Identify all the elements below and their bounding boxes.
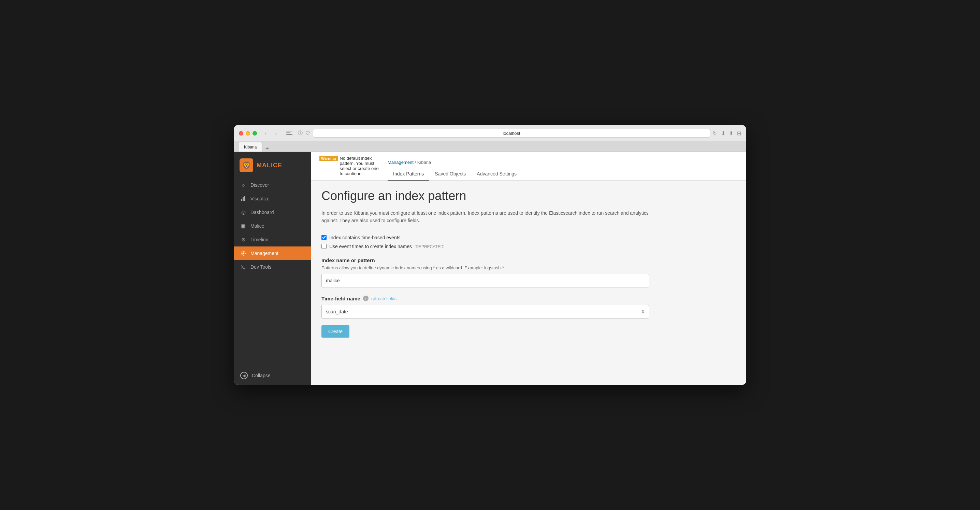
sidebar-item-timelion[interactable]: ⊗ Timelion <box>234 233 311 247</box>
sidebar-item-label: Dev Tools <box>250 264 271 270</box>
tab-index-patterns[interactable]: Index Patterns <box>388 167 429 180</box>
address-bar-container: ⓘ 🛡 localhost ↻ <box>298 129 717 137</box>
sidebar-bottom: ◀ Collapse <box>234 366 311 385</box>
page-description: In order to use Kibana you must configur… <box>321 209 649 225</box>
more-icon[interactable]: ⊞ <box>737 130 741 137</box>
visualize-icon <box>240 196 247 202</box>
page-body: Configure an index pattern In order to u… <box>311 180 746 385</box>
share-icon[interactable]: ⬆ <box>729 130 733 137</box>
svg-rect-4 <box>244 196 245 201</box>
time-based-checkbox-row: Index contains time-based events <box>321 235 649 240</box>
sidebar-item-label: Management <box>250 250 278 256</box>
discover-icon: ○ <box>240 182 247 188</box>
malice-icon: ▣ <box>240 223 247 229</box>
time-field-info-icon[interactable]: i <box>363 296 369 301</box>
sidebar-item-dashboard[interactable]: ◎ Dashboard <box>234 206 311 219</box>
page-title: Configure an index pattern <box>321 189 736 203</box>
sidebar-item-management[interactable]: Management <box>234 247 311 260</box>
svg-rect-3 <box>243 197 243 201</box>
time-field-label: Time-field name <box>321 296 360 301</box>
breadcrumb: Management / Kibana <box>388 156 738 165</box>
deprecated-tag: [DEPRECATED] <box>415 244 445 249</box>
sidebar-item-visualize[interactable]: Visualize <box>234 192 311 206</box>
sidebar-toggle-button[interactable] <box>285 130 294 137</box>
traffic-lights <box>239 131 257 135</box>
event-times-checkbox[interactable] <box>321 244 326 249</box>
reload-button[interactable]: ↻ <box>713 131 717 136</box>
sidebar-item-label: Malice <box>250 223 264 229</box>
event-times-label: Use event times to create index names [D… <box>329 244 445 249</box>
download-icon[interactable]: ⬇ <box>721 130 725 137</box>
time-field-select[interactable]: scan_date <box>321 305 649 319</box>
form-section: Index contains time-based events Use eve… <box>321 235 649 338</box>
create-button[interactable]: Create <box>321 325 349 338</box>
sidebar-item-malice[interactable]: ▣ Malice <box>234 219 311 233</box>
page-header: Warning No default index pattern. You mu… <box>311 152 746 180</box>
tab-bar: Kibana + <box>234 141 746 152</box>
new-tab-button[interactable]: + <box>265 145 269 151</box>
sidebar-item-label: Visualize <box>250 196 270 201</box>
sidebar-logo: 🦁 MALICE <box>234 152 311 178</box>
logo-text: MALICE <box>256 162 282 169</box>
warning-message: No default index pattern. You must selec… <box>340 156 382 176</box>
svg-text:🦁: 🦁 <box>242 161 251 169</box>
back-button[interactable]: ‹ <box>261 130 270 137</box>
index-name-label: Index name or pattern <box>321 257 649 263</box>
dashboard-icon: ◎ <box>240 209 247 215</box>
collapse-button[interactable]: ◀ Collapse <box>240 372 305 379</box>
svg-point-5 <box>243 253 244 254</box>
address-bar[interactable]: localhost <box>313 129 710 137</box>
logo-icon: 🦁 <box>240 158 253 172</box>
minimize-button[interactable] <box>246 131 250 135</box>
sidebar-item-label: Dashboard <box>250 210 274 215</box>
breadcrumb-management[interactable]: Management <box>388 160 414 165</box>
tab-kibana[interactable]: Kibana <box>238 142 262 151</box>
sidebar-item-label: Discover <box>250 182 269 188</box>
collapse-icon: ◀ <box>240 372 248 379</box>
tab-saved-objects[interactable]: Saved Objects <box>429 167 471 180</box>
management-icon <box>240 250 247 257</box>
forward-button[interactable]: › <box>271 130 281 137</box>
sidebar: 🦁 MALICE ○ Discover <box>234 152 311 385</box>
close-button[interactable] <box>239 131 243 135</box>
info-icon[interactable]: ⓘ <box>298 130 303 136</box>
index-name-input[interactable] <box>321 274 649 287</box>
main-content: Warning No default index pattern. You mu… <box>311 152 746 385</box>
warning-section: Warning No default index pattern. You mu… <box>320 156 388 180</box>
tab-advanced-settings[interactable]: Advanced Settings <box>471 167 522 180</box>
warning-badge: Warning <box>320 156 338 161</box>
time-field-header: Time-field name i refresh fields <box>321 296 649 301</box>
time-based-label[interactable]: Index contains time-based events <box>329 235 401 240</box>
shield-icon: 🛡 <box>305 131 310 136</box>
index-name-group: Index name or pattern Patterns allow you… <box>321 257 649 287</box>
sidebar-nav: ○ Discover Visualize ◎ Dashboar <box>234 178 311 366</box>
event-times-checkbox-row: Use event times to create index names [D… <box>321 244 649 249</box>
time-field-select-wrapper: scan_date ⇕ <box>321 305 649 319</box>
collapse-label: Collapse <box>252 373 270 378</box>
sidebar-item-devtools[interactable]: Dev Tools <box>234 260 311 274</box>
nav-buttons: ‹ › <box>261 130 281 137</box>
timelion-icon: ⊗ <box>240 237 247 243</box>
browser-toolbar-right: ⬇ ⬆ ⊞ <box>721 130 741 137</box>
index-name-hint: Patterns allow you to define dynamic ind… <box>321 265 649 270</box>
sidebar-item-discover[interactable]: ○ Discover <box>234 178 311 192</box>
svg-rect-2 <box>241 199 242 201</box>
refresh-fields-link[interactable]: refresh fields <box>371 296 396 301</box>
fullscreen-button[interactable] <box>253 131 257 135</box>
page-nav-tabs: Index Patterns Saved Objects Advanced Se… <box>388 167 738 180</box>
header-right: Management / Kibana Index Patterns Saved… <box>388 156 738 180</box>
time-based-checkbox[interactable] <box>321 235 326 240</box>
sidebar-item-label: Timelion <box>250 237 268 242</box>
devtools-icon <box>240 264 247 270</box>
sidebar-toggle-icon <box>286 131 293 135</box>
time-field-group: Time-field name i refresh fields scan_da… <box>321 296 649 319</box>
